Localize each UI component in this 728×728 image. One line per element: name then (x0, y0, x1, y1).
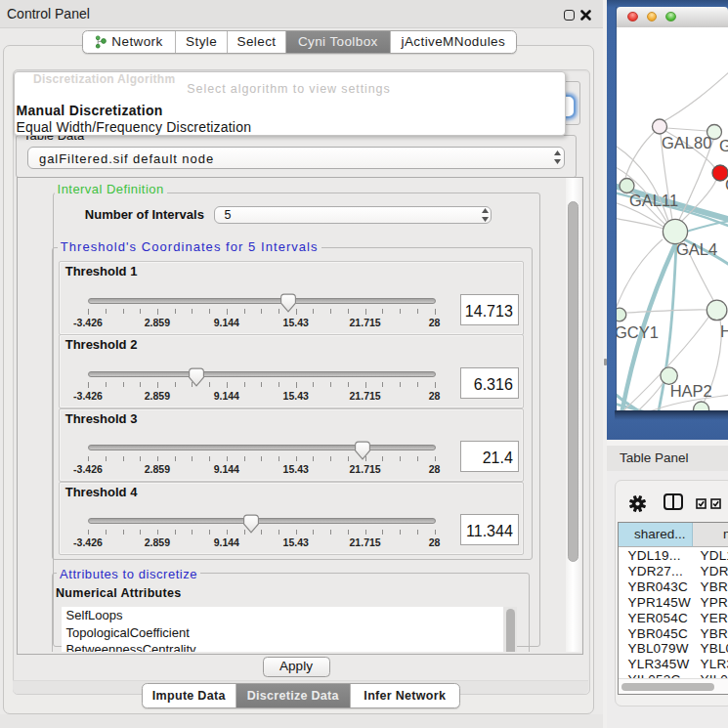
svg-text:HAP2: HAP2 (670, 382, 712, 400)
svg-text:HI: HI (720, 322, 728, 340)
svg-text:GAL11: GAL11 (629, 192, 678, 209)
svg-text:GAL80: GAL80 (662, 134, 711, 151)
svg-text:GCY1: GCY1 (617, 323, 659, 341)
svg-text:GAL4: GAL4 (676, 240, 717, 258)
svg-text:GA: GA (719, 137, 728, 154)
